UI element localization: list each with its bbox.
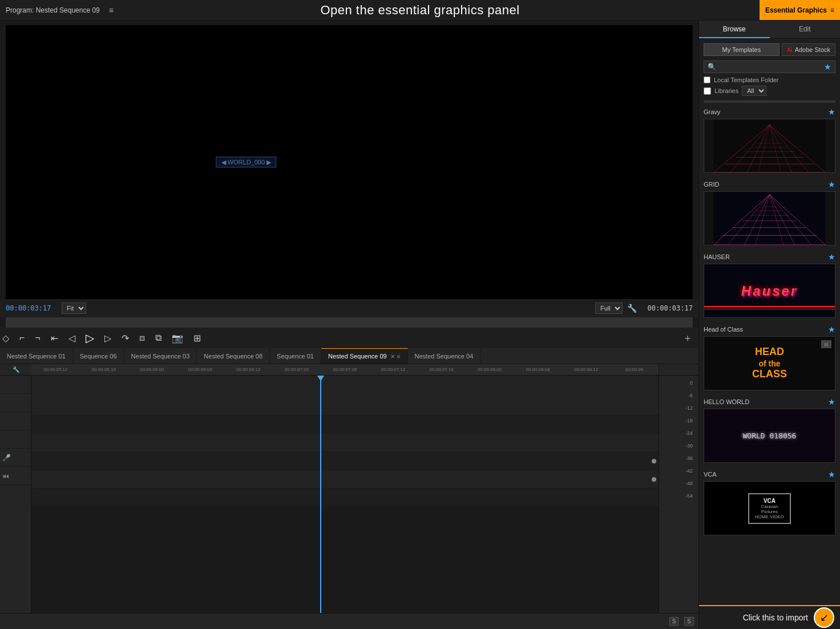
template-star-icon[interactable]: ★ <box>828 325 835 334</box>
libraries-checkbox[interactable] <box>704 87 711 95</box>
adobe-logo: Ai <box>787 47 793 53</box>
template-item-grid[interactable]: GRID★ <box>704 180 835 245</box>
audio-track-1 <box>31 452 659 470</box>
fit-dropdown[interactable]: Fit <box>62 303 86 314</box>
essential-graphics-tab[interactable]: Essential Graphics ≡ <box>760 0 840 20</box>
my-templates-button[interactable]: My Templates <box>704 43 780 56</box>
timeline-side: 0-6-12-18-24-30-36-42-48-54 <box>659 376 698 613</box>
ruler-mark: 00:00:05:18 <box>80 367 128 372</box>
timeline-scrubber[interactable] <box>6 317 693 328</box>
track-v4-label <box>0 430 31 449</box>
playhead-triangle <box>317 376 324 381</box>
template-preview[interactable] <box>704 119 835 173</box>
helloworld-preview-text: WORLD 018056 <box>743 432 797 440</box>
play-button[interactable]: ▷ <box>83 330 96 346</box>
mark-out-left-button[interactable]: ⌐ <box>17 332 27 344</box>
libraries-select[interactable]: All <box>742 86 766 96</box>
side-number: -24 <box>663 430 695 436</box>
tab-browse[interactable]: Browse <box>699 21 770 38</box>
insert-button[interactable]: ⧈ <box>137 332 147 344</box>
template-header: GRID★ <box>704 180 835 189</box>
svg-rect-16 <box>714 192 826 245</box>
step-back-far-button[interactable]: ⇤ <box>49 332 60 345</box>
template-preview[interactable]: VCACaravanPicturesHOME VIDEO <box>704 481 835 535</box>
template-preview[interactable]: Hauser <box>704 264 835 318</box>
full-dropdown[interactable]: Full <box>595 303 623 314</box>
wrench-icon[interactable]: 🔧 <box>627 304 637 313</box>
video-player[interactable]: ◀ WORLD_000 ▶ <box>6 25 693 299</box>
import-bar: Click this to import ↙ <box>699 605 840 629</box>
track-a1-label: 🎤 <box>0 449 31 467</box>
side-numbers: 0-6-12-18-24-30-36-42-48-54 <box>659 378 698 501</box>
template-preview[interactable] <box>704 191 835 245</box>
adobe-stock-button[interactable]: Ai Adobe Stock <box>782 43 835 56</box>
template-name: Head of Class <box>704 326 743 333</box>
tab-nested-sequence-08[interactable]: Nested Sequence 08 <box>197 348 270 364</box>
search-icon: 🔍 <box>708 63 716 71</box>
compare-button[interactable]: ⊞ <box>191 332 203 345</box>
add-button[interactable]: ＋ <box>682 331 693 345</box>
mark-out-right-button[interactable]: ¬ <box>33 332 42 344</box>
template-star-icon[interactable]: ★ <box>828 397 835 406</box>
track-v1-label <box>0 376 31 394</box>
ruler-mark: 00:00:06:12 <box>224 367 273 372</box>
template-star-icon[interactable]: ★ <box>828 470 835 479</box>
program-menu-icon[interactable]: ≡ <box>106 6 117 15</box>
overwrite-button[interactable]: ⧉ <box>153 332 164 344</box>
video-track-2 <box>31 416 659 434</box>
tab-edit[interactable]: Edit <box>770 21 841 38</box>
ruler-mark: 00:00:07:12 <box>369 367 418 372</box>
import-button[interactable]: ↙ <box>814 607 834 628</box>
local-templates-checkbox[interactable] <box>704 76 710 83</box>
tab-nested-sequence-09[interactable]: Nested Sequence 09✕≡ <box>321 348 408 364</box>
step-back-button[interactable]: ◁ <box>66 332 78 345</box>
ruler-mark: 00:00:07:18 <box>417 367 466 372</box>
side-number: 0 <box>663 380 695 386</box>
star-filter-icon[interactable]: ★ <box>824 62 831 71</box>
panel-body: My Templates Ai Adobe Stock 🔍 ★ Local Te… <box>699 39 840 605</box>
template-preview[interactable]: HEADof theCLASS▤ <box>704 336 835 390</box>
panel-menu-icon[interactable]: ≡ <box>830 6 834 14</box>
tab-sequence-06[interactable]: Sequence 06 <box>73 348 124 364</box>
template-item-head-of-class[interactable]: Head of Class★HEADof theCLASS▤ <box>704 325 835 390</box>
template-star-icon[interactable]: ★ <box>828 107 835 116</box>
ruler-mark: 00:00:05:12 <box>31 367 80 372</box>
video-player-inner: ◀ WORLD_000 ▶ <box>6 25 693 299</box>
export-frame-button[interactable]: 📷 <box>169 332 185 345</box>
template-star-icon[interactable]: ★ <box>828 180 835 189</box>
tab-menu-icon[interactable]: ≡ <box>397 353 401 360</box>
s-badge-1[interactable]: S <box>669 617 679 626</box>
template-header: HAUSER★ <box>704 252 835 261</box>
mark-in-button[interactable]: ◇ <box>0 332 11 345</box>
libraries-row: Libraries All <box>704 86 835 96</box>
tab-sequence-01[interactable]: Sequence 01 <box>270 348 321 364</box>
tab-nested-sequence-03[interactable]: Nested Sequence 03 <box>124 348 197 364</box>
time-display-left: 00:00:03:17 <box>6 304 57 312</box>
timeline-tracks-right[interactable] <box>31 376 659 613</box>
ruler-mark: 00:00:06:06 <box>176 367 225 372</box>
hauser-preview-text: Hauser <box>741 283 798 299</box>
top-bar: Program: Nested Sequence 09 ≡ Open the e… <box>0 0 840 21</box>
ruler-mark: 00:00:08 <box>610 367 659 372</box>
tab-close-icon[interactable]: ✕ <box>390 353 395 360</box>
template-star-icon[interactable]: ★ <box>828 252 835 261</box>
template-item-gravy[interactable]: Gravy★ <box>704 107 835 173</box>
template-preview[interactable]: WORLD 018056 <box>704 409 835 463</box>
tab-nested-sequence-04[interactable]: Nested Sequence 04 <box>408 348 481 364</box>
video-overlay-text: ◀ WORLD_000 ▶ <box>216 157 277 168</box>
playback-bar: 00:00:03:17 Fit Full 🔧 00:00:03:17 <box>0 299 698 317</box>
template-name: HELLO WORLD <box>704 398 749 405</box>
vga-box: VCACaravanPicturesHOME VIDEO <box>748 493 791 524</box>
ruler-mark: 00:00:08:12 <box>562 367 611 372</box>
step-forward-far-button[interactable]: ↷ <box>119 332 131 345</box>
center-banner: Open the essential graphics panel <box>0 3 840 18</box>
template-item-hauser[interactable]: HAUSER★Hauser <box>704 252 835 318</box>
s-badge-2[interactable]: S <box>684 617 694 626</box>
template-item-hello-world[interactable]: HELLO WORLD★WORLD 018056 <box>704 397 835 463</box>
step-forward-button[interactable]: ▷ <box>102 332 114 345</box>
template-item-vca[interactable]: VCA★VCACaravanPicturesHOME VIDEO <box>704 470 835 535</box>
tab-nested-sequence-01[interactable]: Nested Sequence 01 <box>0 348 73 364</box>
search-input[interactable] <box>718 63 822 70</box>
side-number: -42 <box>663 468 695 474</box>
side-number: -54 <box>663 493 695 499</box>
